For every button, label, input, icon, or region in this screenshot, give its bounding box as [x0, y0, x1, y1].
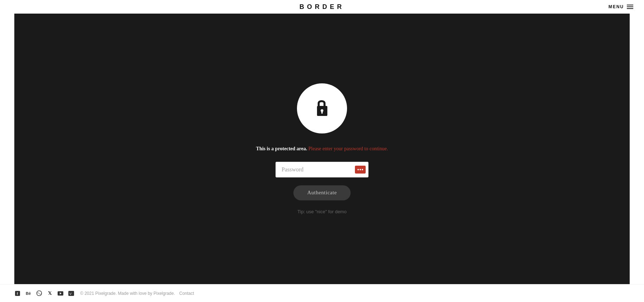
dribbble-icon[interactable]	[36, 290, 42, 297]
vimeo-icon[interactable]: V	[68, 290, 74, 297]
main-content: This is a protected area. Please enter y…	[14, 14, 630, 284]
footer-contact-link[interactable]: Contact	[179, 291, 194, 296]
footer: f Bē 𝕏 V © 2021 Pixelgrade. Made with lo…	[0, 284, 644, 302]
dots-icon	[357, 169, 363, 170]
site-logo: BORDER	[299, 3, 345, 11]
svg-rect-2	[321, 111, 323, 114]
menu-label: MENU	[609, 4, 624, 9]
password-input[interactable]	[275, 162, 369, 177]
lock-circle	[297, 83, 347, 133]
lock-icon	[311, 96, 334, 121]
facebook-icon[interactable]: f	[14, 290, 21, 297]
auth-container: This is a protected area. Please enter y…	[256, 83, 388, 214]
svg-text:V: V	[69, 292, 72, 296]
hamburger-icon	[627, 5, 633, 9]
footer-copyright: © 2021 Pixelgrade. Made with love by Pix…	[80, 291, 175, 296]
tip-text: Tip: use "nice" for demo	[297, 209, 346, 214]
menu-button[interactable]: MENU	[609, 4, 633, 9]
authenticate-button[interactable]: Authenticate	[293, 185, 351, 200]
password-wrapper	[275, 162, 369, 177]
protected-text-bold: This is a protected area.	[256, 146, 307, 151]
protected-area-text: This is a protected area. Please enter y…	[256, 145, 388, 153]
youtube-icon[interactable]	[57, 290, 64, 297]
twitter-icon[interactable]: 𝕏	[47, 290, 53, 297]
behance-icon[interactable]: Bē	[25, 290, 31, 297]
password-toggle-button[interactable]	[355, 166, 366, 174]
protected-text-colored: Please enter your password to continue.	[308, 146, 388, 151]
site-header: BORDER MENU	[0, 0, 644, 14]
